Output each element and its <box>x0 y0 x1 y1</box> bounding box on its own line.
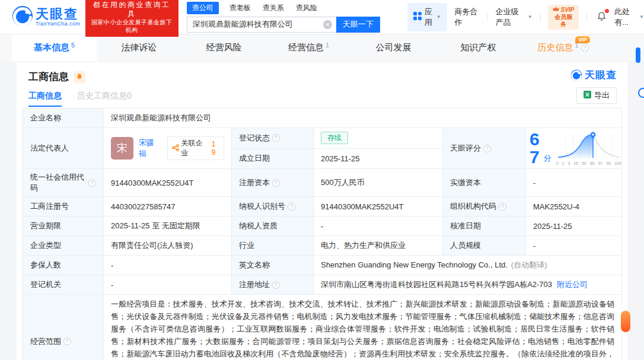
company-name-value: 深圳观鼎新能源科技有限公司 <box>104 109 622 128</box>
help-icon[interactable]: ? <box>499 203 506 211</box>
company-nav-tabs: 基本信息5 法律诉讼 经营风险 经营信息1 公司发展 知识产权 VIP 历史信息… <box>0 34 644 61</box>
staff-size-value: - <box>526 236 622 256</box>
table-row: 经营范围? 一般经营项目是：技术服务、技术开发、技术咨询、技术交流、技术转让、技… <box>23 295 622 360</box>
legal-rep-avatar[interactable]: 宋 <box>111 137 133 160</box>
field-label: 注册地址? <box>232 275 314 295</box>
top-header: 天眼查 TianYanCha.com 都在用的商业查询工具 国家中小企业发展子基… <box>0 0 644 34</box>
subtab-history-business-info[interactable]: 历史工商信息0 <box>77 91 132 107</box>
tab-intellectual-property[interactable]: 知识产权 <box>436 34 521 61</box>
field-label: 实缴资本 <box>443 169 526 197</box>
company-type-value: 有限责任公司(法人独资) <box>104 236 232 256</box>
legal-rep-cell: 宋 宋疆福 关联企业 19 <box>104 128 232 169</box>
search-tab-risk[interactable]: 查风险 <box>295 2 318 14</box>
business-info-card: 工商信息 天眼查 工商信息 历史工商信息0 导出 企业名称 深圳观鼎新能源科技有… <box>17 62 627 360</box>
tianyancha-logo[interactable]: 天眼查 TianYanCha.com <box>12 5 81 29</box>
divider <box>540 13 541 21</box>
org-code-value: MAK2552U-4 <box>526 197 622 216</box>
table-row: 营业期限 2025-11-25 至 无固定期限 纳税人资质 - 核准日期 202… <box>23 216 622 236</box>
notification-dot <box>605 9 609 13</box>
chevron-down-icon: ▼ <box>436 14 441 20</box>
field-label: 统一社会信用代码? <box>23 169 104 197</box>
table-row: 工商注册号 440300227585747 纳税人识别号? 91440300MA… <box>23 197 622 216</box>
export-button[interactable]: 导出 <box>576 87 617 104</box>
help-icon[interactable]: ? <box>483 145 491 152</box>
tab-legal-proceedings[interactable]: 法律诉讼 <box>97 34 181 61</box>
industry-value: 电力、热力生产和供应业 <box>314 236 443 256</box>
alert-bell-icon[interactable] <box>74 71 85 83</box>
table-row: 法定代表人 宋 宋疆福 关联企业 19 登记状态? 存续 天眼评分? 67 <box>23 128 622 149</box>
reg-no-value: 440300227585747 <box>104 197 232 216</box>
field-label: 企业名称 <box>23 109 104 128</box>
subtab-business-info[interactable]: 工商信息 <box>28 91 62 107</box>
tab-company-development[interactable]: 公司发展 <box>351 34 436 61</box>
logo-text: 天眼查 <box>36 8 81 21</box>
tianyan-score-cell: 67 分 <box>526 128 622 169</box>
apps-menu[interactable]: 应用 ▼ <box>407 3 447 31</box>
field-label: 英文名称 <box>232 256 314 275</box>
field-label: 登记机关 <box>23 275 104 295</box>
help-icon[interactable]: ? <box>272 134 280 142</box>
field-label: 人员规模 <box>443 236 526 256</box>
section-title: 工商信息 <box>28 70 69 84</box>
search-input[interactable] <box>187 17 336 33</box>
table-row: 企业名称 深圳观鼎新能源科技有限公司 <box>23 109 622 128</box>
tab-basic-info[interactable]: 基本信息5 <box>12 34 97 61</box>
notifications-bell-icon[interactable] <box>597 11 607 24</box>
authority-value: - <box>104 275 232 295</box>
approve-date-value: 2025-11-25 <box>526 216 622 236</box>
help-icon[interactable]: ? <box>63 337 71 345</box>
insured-value: - <box>104 256 232 275</box>
tab-operating-risk[interactable]: 经营风险 <box>181 34 266 61</box>
field-label: 成立日期 <box>232 148 314 169</box>
table-row: 登记机关 - 注册地址? 深圳市南山区粤海街道科技园社区科苑路15号科兴科学园A… <box>23 275 622 295</box>
english-name-value: Shenzhen Guanding New Energy Technology … <box>314 256 622 275</box>
crown-icon <box>553 7 559 14</box>
paid-capital-value: - <box>526 169 622 197</box>
clear-search-icon[interactable]: ✕ <box>323 20 332 29</box>
business-scope-value: 一般经营项目是：技术服务、技术开发、技术咨询、技术交流、技术转让、技术推广；新兴… <box>104 295 622 360</box>
table-row: 参保人数 - 英文名称 Shenzhen Guanding New Energy… <box>23 256 622 275</box>
table-row: 企业类型 有限责任公司(法人独资) 行业 电力、热力生产和供应业 人员规模 - <box>23 236 622 256</box>
help-icon[interactable]: ? <box>581 44 589 52</box>
help-icon[interactable]: ? <box>288 203 295 211</box>
help-icon[interactable]: ? <box>272 281 280 289</box>
field-label: 参保人数 <box>23 256 104 275</box>
legal-rep-name-link[interactable]: 宋疆福 <box>139 138 162 159</box>
field-label: 纳税人资质 <box>232 216 314 236</box>
search-area: 查公司 查老板 查关系 查风险 ✕ 天眼一下 <box>187 2 380 33</box>
relation-graph-icon <box>172 144 179 153</box>
tab-operating-info[interactable]: 经营信息1 <box>266 34 351 61</box>
floating-widget[interactable] <box>638 88 644 98</box>
enterprise-product-menu[interactable]: 企业级产品 ▼ <box>495 7 532 28</box>
help-icon[interactable]: ? <box>272 179 280 187</box>
reg-capital-value: 500万人民币 <box>314 169 443 197</box>
divider <box>487 13 488 21</box>
field-label: 经营范围? <box>23 295 104 360</box>
related-companies-badge[interactable]: 关联企业 19 <box>167 136 224 160</box>
business-cooperation-link[interactable]: 商务合作 <box>455 7 480 28</box>
logo-swirl-icon <box>12 5 33 29</box>
taxpayer-quality-value: - <box>314 216 443 236</box>
user-account-menu[interactable]: 此处有... ▼ <box>614 7 644 28</box>
help-icon[interactable]: ? <box>88 179 96 187</box>
field-label: 注册资本? <box>232 169 314 197</box>
svip-membership-button[interactable]: SVIP 会员服务 <box>548 5 579 30</box>
search-tab-relation[interactable]: 查关系 <box>262 2 285 14</box>
search-button[interactable]: 天眼一下 <box>336 17 380 33</box>
score-distribution-chart: 0131550859799100 <box>556 131 622 166</box>
auto-translate-note: (自动翻译) <box>511 260 547 269</box>
address-value: 深圳市南山区粤海街道科技园社区科苑路15号科兴科学园A栋A2-703附近公司 <box>314 275 622 295</box>
header-menu: 应用 ▼ 商务合作 企业级产品 ▼ SVIP 会员服务 此处有... ▼ <box>407 3 644 31</box>
nearby-companies-link[interactable]: 附近公司 <box>557 280 588 289</box>
credit-code-value: 91440300MAK2552U4T <box>104 169 232 197</box>
scrollbar-thumb[interactable] <box>636 47 640 63</box>
field-label: 工商注册号 <box>23 197 104 216</box>
floating-promo[interactable] <box>621 311 630 332</box>
search-tab-company[interactable]: 查公司 <box>187 2 219 14</box>
table-row: 统一社会信用代码? 91440300MAK2552U4T 注册资本? 500万人… <box>23 169 622 197</box>
term-value: 2025-11-25 至 无固定期限 <box>104 216 232 236</box>
chevron-down-icon: ▼ <box>528 14 533 20</box>
score-axis-ticks: 0131550859799100 <box>556 161 622 166</box>
tab-history-info[interactable]: VIP 历史信息1 ? <box>521 34 605 61</box>
search-tab-boss[interactable]: 查老板 <box>228 2 252 14</box>
